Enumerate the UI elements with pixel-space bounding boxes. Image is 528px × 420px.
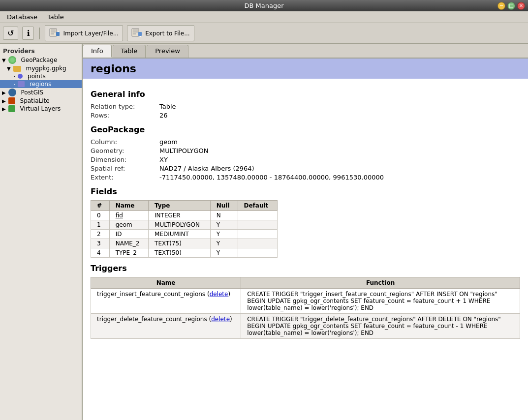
- virtual-layers-icon: [8, 105, 15, 112]
- import-icon: [49, 27, 60, 39]
- region-icon: [18, 81, 25, 87]
- sidebar: Providers ▼ GeoPackage ▼ mygpkg.gpkg · p…: [0, 44, 83, 420]
- sidebar-item-label: PostGIS: [21, 89, 44, 96]
- table-row: trigger_delete_feature_count_regions (de…: [91, 314, 520, 339]
- field-name: NAME_2: [109, 239, 148, 248]
- field-num: 1: [91, 220, 110, 230]
- field-default: [238, 248, 278, 258]
- maximize-button[interactable]: □: [507, 2, 515, 10]
- spatial-ref-value: NAD27 / Alaska Albers (2964): [159, 165, 520, 172]
- tab-table[interactable]: Table: [113, 45, 146, 58]
- menu-table[interactable]: Table: [42, 12, 69, 22]
- trigger-function-cell: CREATE TRIGGER "trigger_delete_feature_c…: [241, 314, 520, 339]
- geometry-value: MULTIPOLYGON: [159, 147, 520, 154]
- svg-rect-2: [51, 31, 56, 32]
- sidebar-item-mygpkg[interactable]: ▼ mygpkg.gpkg: [0, 64, 82, 72]
- column-value: geom: [159, 138, 520, 146]
- fields-col-name: Name: [109, 201, 148, 211]
- tab-preview[interactable]: Preview: [147, 45, 188, 58]
- sidebar-item-label: mygpkg.gpkg: [26, 65, 66, 72]
- table-row: 2IDMEDIUMINTY: [91, 230, 278, 239]
- close-button[interactable]: ✕: [517, 2, 525, 10]
- trigger-delete-link[interactable]: delete: [210, 291, 228, 298]
- expand-arrow-icon-postgis: ▶: [2, 90, 6, 95]
- svg-marker-11: [140, 36, 142, 37]
- geopackage-title: GeoPackage: [91, 125, 520, 134]
- trigger-function-cell: CREATE TRIGGER "trigger_insert_feature_c…: [241, 289, 520, 314]
- sidebar-item-label: GeoPackage: [21, 57, 58, 63]
- sidebar-item-postgis[interactable]: ▶ PostGIS: [0, 88, 82, 97]
- expand-arrow-icon: ▼: [2, 58, 6, 63]
- rows-label: Rows:: [91, 112, 159, 119]
- triggers-title: Triggers: [91, 264, 520, 273]
- triggers-col-name: Name: [91, 277, 241, 289]
- sidebar-item-geopackage[interactable]: ▼ GeoPackage: [0, 56, 82, 64]
- table-row: 0fidINTEGERN: [91, 211, 278, 220]
- field-null: Y: [210, 248, 238, 258]
- table-row: 3NAME_2TEXT(75)Y: [91, 239, 278, 248]
- relation-type-value: Table: [159, 103, 520, 110]
- svg-rect-1: [51, 30, 56, 30]
- sidebar-item-virtual-layers[interactable]: ▶ Virtual Layers: [0, 105, 82, 113]
- menu-database[interactable]: Database: [2, 12, 42, 22]
- sidebar-item-points[interactable]: · points: [0, 72, 82, 80]
- folder-icon: [13, 66, 21, 72]
- table-row: trigger_insert_feature_count_regions (de…: [91, 289, 520, 314]
- field-type: TEXT(50): [149, 248, 211, 258]
- field-num: 3: [91, 239, 110, 248]
- field-name: fid: [109, 211, 148, 220]
- postgis-icon: [8, 89, 16, 96]
- spatialite-icon: [8, 97, 15, 104]
- titlebar-title: DB Manager: [244, 2, 283, 9]
- field-type: MEDIUMINT: [149, 230, 211, 239]
- field-null: Y: [210, 230, 238, 239]
- extent-label: Extent:: [91, 174, 159, 181]
- trigger-name-cell: trigger_insert_feature_count_regions (de…: [91, 289, 241, 314]
- svg-rect-7: [133, 30, 138, 30]
- trigger-delete-link[interactable]: delete: [211, 316, 230, 323]
- refresh-button[interactable]: ↺: [3, 27, 18, 40]
- content-area: Info Table Preview regions General info …: [83, 44, 528, 420]
- field-type: TEXT(75): [149, 239, 211, 248]
- separator: [39, 28, 40, 39]
- rows-value: 26: [159, 112, 520, 119]
- fields-col-null: Null: [210, 201, 238, 211]
- geometry-label: Geometry:: [91, 147, 159, 154]
- svg-rect-4: [56, 32, 60, 36]
- tab-info[interactable]: Info: [83, 45, 112, 58]
- sidebar-item-spatialite[interactable]: ▶ SpatiaLite: [0, 97, 82, 105]
- field-num: 4: [91, 248, 110, 258]
- import-button[interactable]: Import Layer/File...: [45, 25, 123, 41]
- field-num: 2: [91, 230, 110, 239]
- geopackage-grid: Column: geom Geometry: MULTIPOLYGON Dime…: [91, 138, 520, 181]
- dimension-label: Dimension:: [91, 156, 159, 163]
- export-icon: [131, 27, 142, 39]
- menubar: Database Table: [0, 11, 528, 23]
- titlebar: DB Manager ─ □ ✕: [0, 0, 528, 11]
- tabs-bar: Info Table Preview: [83, 44, 528, 59]
- svg-rect-10: [138, 32, 142, 36]
- info-panel: regions General info Relation type: Tabl…: [83, 59, 528, 420]
- svg-rect-8: [133, 31, 138, 32]
- sidebar-header: Providers: [0, 46, 82, 56]
- info-icon: ℹ: [27, 29, 30, 38]
- column-label: Column:: [91, 138, 159, 146]
- info-button[interactable]: ℹ: [22, 27, 34, 40]
- import-label: Import Layer/File...: [63, 30, 119, 37]
- geopackage-icon: [8, 56, 16, 64]
- dimension-value: XY: [159, 156, 520, 163]
- sidebar-item-regions[interactable]: · regions: [0, 80, 82, 88]
- field-name: TYPE_2: [109, 248, 148, 258]
- field-type: MULTIPOLYGON: [149, 220, 211, 230]
- table-row: 4TYPE_2TEXT(50)Y: [91, 248, 278, 258]
- field-name: geom: [109, 220, 148, 230]
- spatial-ref-label: Spatial ref:: [91, 165, 159, 172]
- minimize-button[interactable]: ─: [497, 2, 505, 10]
- fields-table: # Name Type Null Default 0fidINTEGERN1ge…: [91, 200, 278, 258]
- triggers-table: Name Function trigger_insert_feature_cou…: [91, 277, 520, 339]
- field-default: [238, 220, 278, 230]
- export-button[interactable]: Export to File...: [127, 25, 194, 41]
- trigger-name-cell: trigger_delete_feature_count_regions (de…: [91, 314, 241, 339]
- general-info-grid: Relation type: Table Rows: 26: [91, 103, 520, 119]
- fields-col-num: #: [91, 201, 110, 211]
